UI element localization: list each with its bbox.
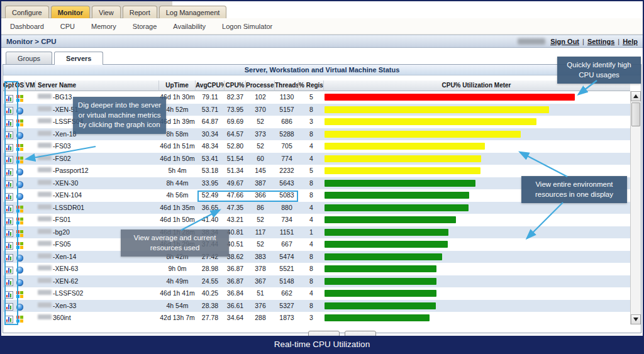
graph-icon-cell[interactable] xyxy=(3,214,14,226)
subnav-item-logon-simulator[interactable]: Logon Simulator xyxy=(222,23,272,30)
subnav-item-dashboard[interactable]: Dashboard xyxy=(10,23,44,30)
table-row: -Xen-33 4h 54m 28.38 36.61 376 5327 8 xyxy=(3,300,630,313)
sign-out-link[interactable]: Sign Out xyxy=(550,38,579,45)
server-name-cell[interactable]: -LSSDR01 xyxy=(36,202,159,214)
avgcpu-cell: 27.78 xyxy=(196,312,225,324)
col-header-threads[interactable]: Threads xyxy=(275,80,299,91)
graph-icon[interactable] xyxy=(5,279,13,286)
menu-tab-configure[interactable]: Configure xyxy=(5,6,49,18)
server-name-cell[interactable]: -XEN-63 xyxy=(36,263,159,275)
server-name-cell[interactable]: -XEN-104 xyxy=(36,189,159,202)
graph-icon[interactable] xyxy=(5,156,13,163)
graph-icon-cell[interactable] xyxy=(3,104,14,116)
scrollbar-thumb[interactable] xyxy=(631,102,640,126)
avgcpu-cell: 52.49 xyxy=(196,189,225,202)
server-name-cell[interactable]: -XEN-62 xyxy=(36,275,159,288)
menu-tab-monitor[interactable]: Monitor xyxy=(51,6,90,18)
col-header-server-name[interactable]: Server Name xyxy=(36,80,159,91)
scroll-down-button[interactable] xyxy=(631,314,641,324)
graph-icon-cell[interactable] xyxy=(3,226,14,239)
server-name-cell[interactable]: -Xen-33 xyxy=(36,300,159,313)
cpu-cell: 47.66 xyxy=(225,189,246,202)
graph-icon[interactable] xyxy=(5,119,13,127)
menu-tab-report[interactable]: Report xyxy=(123,6,157,18)
vertical-scrollbar[interactable] xyxy=(630,91,641,324)
threads-cell: 5148 xyxy=(275,275,299,288)
table-row: 360int 42d 13h 7m 27.78 34.64 288 1873 3 xyxy=(3,312,630,324)
help-link[interactable]: Help xyxy=(623,38,638,45)
scroll-up-button[interactable] xyxy=(631,91,641,101)
col-header-registry[interactable]: % Registry xyxy=(299,80,324,91)
graph-icon[interactable] xyxy=(5,230,13,237)
menu-tab-log-management[interactable]: Log Management xyxy=(159,6,227,18)
graph-icon[interactable] xyxy=(5,267,13,274)
menu-bar: Configure Monitor View Report Log Manage… xyxy=(1,1,643,18)
graph-icon-cell[interactable] xyxy=(3,153,14,165)
col-header-os[interactable]: OS xyxy=(14,80,25,91)
server-name-cell[interactable]: -LSSFS02 xyxy=(36,287,159,300)
graph-icon-cell[interactable] xyxy=(3,116,14,128)
server-name-cell[interactable]: -FS03 xyxy=(36,140,159,153)
settings-link[interactable]: Settings xyxy=(587,38,614,45)
processes-cell: 52 xyxy=(246,116,275,128)
col-header-vm[interactable]: VM xyxy=(25,80,36,91)
graph-icon[interactable] xyxy=(5,316,13,323)
cpu-bar xyxy=(325,131,521,138)
subnav-item-availability[interactable]: Availability xyxy=(173,23,206,30)
server-name-cell[interactable]: 360int xyxy=(36,312,159,324)
graph-icon[interactable] xyxy=(5,169,13,176)
graph-icon-cell[interactable] xyxy=(3,177,14,190)
graph-icon[interactable] xyxy=(5,291,13,299)
graph-icon-cell[interactable] xyxy=(3,275,14,288)
graph-icon[interactable] xyxy=(5,205,13,213)
graph-icon[interactable] xyxy=(5,107,13,114)
server-name-cell[interactable]: -FS01 xyxy=(36,214,159,226)
graph-icon-cell[interactable] xyxy=(3,287,14,300)
graph-icon-cell[interactable] xyxy=(3,91,14,104)
tab-groups[interactable]: Groups xyxy=(6,52,52,64)
footer-bar: Real-time CPU Utilization xyxy=(1,336,643,353)
processes-cell: 52 xyxy=(246,140,275,153)
graph-icon-cell[interactable] xyxy=(3,189,14,202)
graph-icon[interactable] xyxy=(5,180,13,188)
col-header-avgcpu[interactable]: AvgCPU% xyxy=(196,80,225,91)
col-header-gph[interactable]: Gph xyxy=(3,80,14,91)
server-name-cell[interactable]: -FS02 xyxy=(36,153,159,165)
graph-icon-cell[interactable] xyxy=(3,263,14,275)
graph-icon[interactable] xyxy=(5,95,13,102)
graph-icon-cell[interactable] xyxy=(3,128,14,141)
graph-icon-cell[interactable] xyxy=(3,300,14,313)
processes-cell: 387 xyxy=(246,177,275,190)
graph-icon-cell[interactable] xyxy=(3,251,14,263)
col-header-cpu[interactable]: CPU% xyxy=(225,80,246,91)
cpu-cell: 43.21 xyxy=(225,214,246,226)
graph-icon[interactable] xyxy=(5,242,13,250)
menu-tab-view[interactable]: View xyxy=(92,6,121,18)
graph-icon-cell[interactable] xyxy=(3,312,14,324)
graph-icon-cell[interactable] xyxy=(3,140,14,153)
graph-icon-cell[interactable] xyxy=(3,165,14,177)
graph-icon[interactable] xyxy=(5,144,13,152)
tab-servers[interactable]: Servers xyxy=(54,52,103,65)
graph-icon[interactable] xyxy=(5,303,13,311)
os-cell xyxy=(14,189,25,202)
graph-icon-cell[interactable] xyxy=(3,238,14,251)
server-name-cell[interactable]: -XEN-30 xyxy=(36,177,159,190)
uptime-cell: 46d 1h 35m xyxy=(159,202,196,214)
col-header-processes[interactable]: Processes xyxy=(246,80,275,91)
graph-icon[interactable] xyxy=(5,193,13,201)
col-header-uptime[interactable]: UpTime xyxy=(159,80,196,91)
graph-icon[interactable] xyxy=(5,254,13,262)
scrollbar-track[interactable] xyxy=(631,101,641,314)
vm-cell xyxy=(25,165,36,177)
app-window: Configure Monitor View Report Log Manage… xyxy=(0,0,644,354)
subnav-item-storage[interactable]: Storage xyxy=(133,23,157,30)
server-name-cell[interactable]: -Passport12 xyxy=(36,165,159,177)
subnav-item-memory[interactable]: Memory xyxy=(91,23,116,30)
graph-icon[interactable] xyxy=(5,218,13,225)
graph-icon-cell[interactable] xyxy=(3,202,14,214)
redacted-prefix xyxy=(38,314,52,319)
cpu-cell: 69.69 xyxy=(225,116,246,128)
subnav-item-cpu[interactable]: CPU xyxy=(60,23,75,30)
graph-icon[interactable] xyxy=(5,131,13,139)
